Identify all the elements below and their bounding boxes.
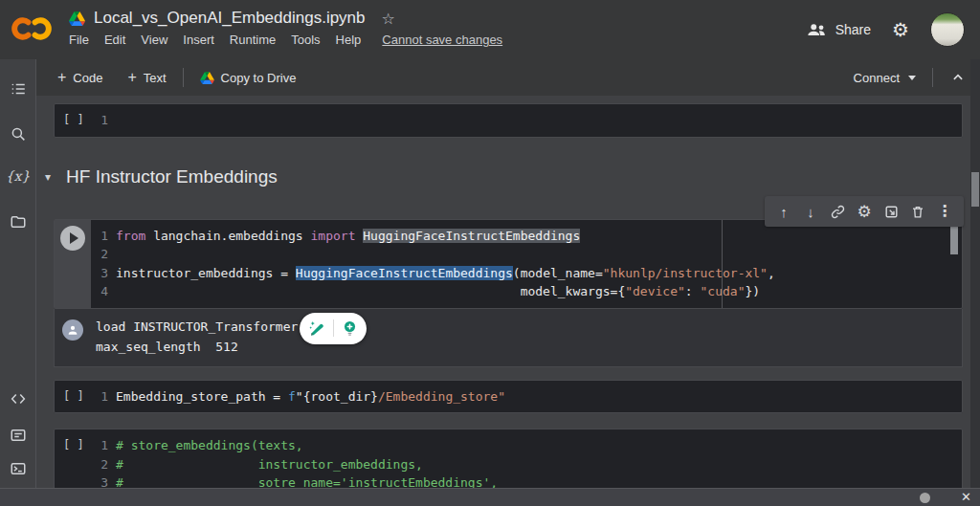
ai-suggest-lightbulb-icon[interactable] <box>341 319 359 338</box>
people-icon <box>806 22 827 37</box>
star-icon[interactable]: ☆ <box>382 10 395 28</box>
variables-icon[interactable]: {x} <box>0 168 35 184</box>
left-sidebar: {x} <box>0 59 36 488</box>
code-cell-comments[interactable]: [ ] 1# store_embeddings(texts,2# instruc… <box>54 429 963 488</box>
toolbar-divider <box>932 68 933 87</box>
line-number: 2 <box>91 245 116 264</box>
line-number: 1 <box>91 436 116 455</box>
menu-file[interactable]: File <box>69 33 89 47</box>
copy-to-drive-button[interactable]: Copy to Drive <box>200 71 297 85</box>
code-cell-instructor[interactable]: 1from langchain.embeddings import Huggin… <box>54 219 963 309</box>
open-in-tab-icon[interactable] <box>882 204 900 220</box>
table-of-contents-icon[interactable] <box>0 80 35 98</box>
code-line[interactable]: 2 <box>91 245 962 264</box>
share-button[interactable]: Share <box>806 22 871 37</box>
column-ruler <box>722 220 723 308</box>
drive-icon <box>200 72 214 84</box>
menu-view[interactable]: View <box>141 33 167 47</box>
menu-runtime[interactable]: Runtime <box>230 33 276 47</box>
save-status-link[interactable]: Cannot save changes <box>382 33 502 47</box>
code-line[interactable]: 2# instructor_embeddings, <box>91 455 962 474</box>
settings-gear-icon[interactable]: ⚙ <box>892 20 909 39</box>
line-number: 1 <box>91 227 116 246</box>
search-icon[interactable] <box>0 125 35 143</box>
code-line[interactable]: 3instructor_embeddings = HuggingFaceInst… <box>91 264 962 283</box>
code-editor[interactable]: 1Embedding_store_path = f"{root_dir}/Emb… <box>91 381 962 413</box>
execution-prompt[interactable]: [ ] <box>55 104 91 130</box>
pill-divider <box>333 319 334 337</box>
assistant-overlay-pill <box>300 313 367 344</box>
ai-edit-pencil-icon[interactable] <box>308 319 326 338</box>
add-text-button[interactable]: + Text <box>127 69 166 86</box>
cell-gutter: [ ] <box>55 104 91 137</box>
page-scrollbar[interactable] <box>970 59 980 488</box>
code-line[interactable]: 1# store_embeddings(texts, <box>91 436 962 455</box>
cell-output: load INSTRUCTOR_Transformermax_seq_lengt… <box>54 309 963 367</box>
code-editor[interactable]: 1 <box>91 104 962 137</box>
bottom-overlay-bar: ✕ <box>0 488 980 506</box>
output-user-avatar <box>62 319 83 341</box>
menu-insert[interactable]: Insert <box>183 33 214 47</box>
line-number: 1 <box>91 111 116 130</box>
code-line[interactable]: 1Embedding_store_path = f"{root_dir}/Emb… <box>91 387 962 407</box>
more-actions-kebab-icon[interactable]: ⋮ <box>936 204 953 219</box>
collapse-header-chevron-icon[interactable] <box>949 69 967 86</box>
move-cell-up-button[interactable]: ↑ <box>775 205 792 219</box>
section-heading-row: ▾ HF Instructor Embeddings <box>45 164 980 191</box>
menubar: File Edit View Insert Runtime Tools Help… <box>69 33 502 47</box>
share-label: Share <box>835 22 871 37</box>
code-editor[interactable]: 1# store_embeddings(texts,2# instructor_… <box>91 429 962 488</box>
code-cell-empty[interactable]: [ ] 1 <box>54 103 963 138</box>
page-scrollbar-thumb[interactable] <box>971 172 979 207</box>
add-text-label: Text <box>144 71 167 85</box>
line-number: 1 <box>91 387 116 407</box>
line-number: 2 <box>91 455 116 474</box>
code-line[interactable]: 1from langchain.embeddings import Huggin… <box>91 227 962 246</box>
add-code-label: Code <box>73 71 102 85</box>
copy-to-drive-label: Copy to Drive <box>221 71 297 85</box>
output-text: load INSTRUCTOR_Transformermax_seq_lengt… <box>91 317 298 357</box>
code-line[interactable]: 3# sotre_name='instructEmbeddings', <box>91 473 962 488</box>
section-heading[interactable]: HF Instructor Embeddings <box>66 166 278 187</box>
line-number: 3 <box>91 264 116 283</box>
cell-settings-gear-icon[interactable]: ⚙ <box>856 204 873 220</box>
connect-button[interactable]: Connect <box>854 71 916 85</box>
code-line[interactable]: 4 model_kwargs={"device": "cuda"}) <box>91 282 962 301</box>
copy-link-to-cell-icon[interactable] <box>829 204 846 220</box>
code-editor[interactable]: 1from langchain.embeddings import Huggin… <box>91 220 962 308</box>
execution-prompt[interactable]: [ ] <box>55 381 91 407</box>
plus-icon: + <box>57 69 66 86</box>
add-code-button[interactable]: + Code <box>57 69 102 86</box>
cell-gutter: [ ] <box>55 381 91 413</box>
overlay-close-icon[interactable]: ✕ <box>961 490 971 504</box>
caret-down-icon <box>908 76 916 80</box>
files-folder-icon[interactable] <box>0 213 35 231</box>
execution-prompt[interactable]: [ ] <box>55 429 91 455</box>
terminal-icon[interactable] <box>0 460 35 477</box>
line-number: 4 <box>91 282 116 301</box>
app-header: Local_vs_OpenAI_Embeddings.ipynb ☆ File … <box>0 0 980 59</box>
menu-edit[interactable]: Edit <box>104 33 125 47</box>
move-cell-down-button[interactable]: ↓ <box>802 205 819 219</box>
cell-scrollbar[interactable] <box>950 226 958 254</box>
delete-cell-trash-icon[interactable] <box>909 204 926 220</box>
run-cell-button[interactable] <box>60 226 85 251</box>
command-palette-icon[interactable] <box>0 427 35 444</box>
collapse-section-caret-icon[interactable]: ▾ <box>45 170 51 184</box>
cell-gutter: [ ] <box>55 429 91 488</box>
toolbar-divider <box>183 68 184 87</box>
cell-toolbar: ↑ ↓ ⚙ <box>765 196 964 227</box>
menu-help[interactable]: Help <box>336 33 362 47</box>
notebook-title[interactable]: Local_vs_OpenAI_Embeddings.ipynb <box>94 9 366 28</box>
overlay-dot-icon <box>920 493 930 503</box>
colab-logo-icon[interactable] <box>11 14 53 43</box>
notebook-toolbar: + Code + Text <box>36 59 980 96</box>
code-line[interactable]: 1 <box>91 111 962 130</box>
code-snippets-icon[interactable] <box>0 390 35 407</box>
line-number: 3 <box>91 473 116 488</box>
user-avatar[interactable] <box>930 12 965 47</box>
menu-tools[interactable]: Tools <box>291 33 320 47</box>
code-cell-store-path[interactable]: [ ] 1Embedding_store_path = f"{root_dir}… <box>54 380 963 414</box>
notebook-area[interactable]: [ ] 1 ▾ HF Instructor Embeddings ↑ ↓ <box>36 96 980 488</box>
cell-gutter <box>55 220 91 308</box>
